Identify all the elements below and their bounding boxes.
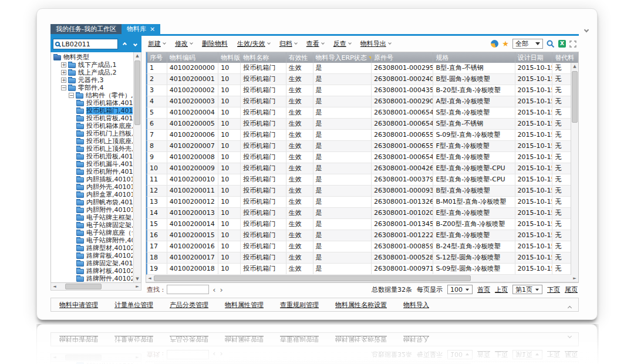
expand-icon[interactable] [569,41,576,48]
tree-item[interactable]: −零部件,4 [52,84,133,92]
tree-horizontal-scrollbar[interactable]: ◄ ► [50,283,141,291]
table-row[interactable]: 84010020000710投币机箱门生效是26308001-0006552F型… [146,141,578,152]
tree-item[interactable]: 投币机漏斗,401009 [52,160,133,168]
column-header[interactable]: 物料导入ERP状态 [313,52,372,63]
tree-item[interactable]: 投币机滑板,401008 [52,153,133,160]
table-row[interactable]: 94010020000810投币机箱门生效是26308001-0006549E型… [146,152,578,163]
tree-item[interactable]: 路牌固定架,401022 [52,259,133,267]
column-header[interactable]: 序号 [147,52,167,63]
scrollbar-thumb[interactable] [65,284,102,289]
table-row[interactable]: 174010020001610投币机箱门生效是26308001-0008599B… [146,241,578,252]
scroll-right-icon[interactable]: ► [571,275,578,282]
table-row[interactable]: 194010020001810投币机箱门生效是26308001-0009716S… [146,264,578,275]
favorite-star-icon[interactable]: ★ [502,40,509,48]
tree-expander-icon[interactable]: − [61,85,66,90]
table-row[interactable]: 24010020000110投币机箱门生效是26308001-0002404B型… [146,74,578,85]
tab-my-workspace[interactable]: 我的任务-我的工作区 [50,24,122,34]
table-horizontal-scrollbar[interactable]: ◄ ► [146,275,578,282]
tree-item[interactable]: 路牌衬板,401023 [52,267,133,275]
search-next-button[interactable] [131,39,139,49]
tab-list-chevron-icon[interactable] [585,26,589,31]
scope-filter-dropdown[interactable]: 全部 [512,39,543,49]
tree-item[interactable]: 电子站牌附件,401019 [52,237,133,244]
tree-item[interactable]: 内胆盒罩,401013 [52,191,133,198]
per-page-dropdown[interactable]: 100 [447,285,473,294]
tree-item[interactable]: −结构件（零件）,401 [52,92,133,99]
collapse-chevron-icon[interactable] [568,304,571,311]
search-icon[interactable] [547,40,555,48]
table-row[interactable]: 144010020001310投币机箱门生效是26308001-0010205E… [146,208,578,219]
tree-item[interactable]: 路牌附件,401024 [52,275,133,282]
tree-item[interactable]: 投币机箱门,401002 [52,107,133,114]
tree-item[interactable]: 电子站牌底座（含地 [52,229,133,237]
table-row[interactable]: 14010020000010投币机箱门生效是26308001-0002958B型… [146,63,578,74]
tree-search-input[interactable] [62,41,116,48]
table-row[interactable]: 44010020000310投币机箱门生效是26308001-0002900A型… [146,96,578,107]
tab-material-library[interactable]: 物料库× [122,24,160,34]
tree-item[interactable]: 投币机上顶底座,4010 [52,137,133,145]
tree-item[interactable]: +线上产成品,2 [52,69,133,76]
scroll-up-icon[interactable]: ▲ [134,52,141,59]
column-header[interactable]: 有效性 [286,52,313,63]
column-header[interactable]: 原件号 [372,52,433,63]
tree-expander-icon[interactable]: + [61,70,66,75]
tree-item[interactable]: 电子站牌主框架,4010 [52,214,133,221]
scroll-left-icon[interactable]: ◄ [146,275,153,282]
table-row[interactable]: 134010020001210投币机箱门生效是26308001-0013266B… [146,197,578,208]
table-vertical-scrollbar[interactable]: ▲ ▼ [571,63,578,282]
prev-page-button[interactable]: 上页 [495,285,508,294]
tree-item[interactable]: 投币机背板,401003 [52,114,133,122]
tree-item[interactable]: 电子站牌固定架,4010 [52,221,133,229]
tree-item[interactable]: 内胆帆布袋,401014 [52,198,133,206]
tree-vertical-scrollbar[interactable]: ▲ ▼ [133,52,141,282]
toolbar-button-activate-deactivate[interactable]: 生效/失效 [237,39,270,48]
search-prev-button[interactable] [120,39,129,49]
scroll-right-icon[interactable]: ► [134,283,141,290]
bottom-link[interactable]: 物料申请管理 [59,301,98,309]
toolbar-button-material-export[interactable]: 物料导出 [360,39,391,48]
tree-item[interactable]: 内胆附件,401015 [52,206,133,214]
find-next-icon[interactable]: › [219,286,223,294]
table-row[interactable]: 124010020001110投币机箱门生效是26308001-0000937B… [146,186,578,197]
table-row[interactable]: 54010020000410投币机箱门生效是26308001-0006547S型… [146,107,578,119]
scrollbar-thumb[interactable] [134,60,140,125]
column-header[interactable]: 规格 [433,52,515,63]
column-header[interactable]: 物料版... [218,52,241,63]
toolbar-button-reverse-lookup[interactable]: 反查 [333,39,351,48]
table-row[interactable]: 64010020000510投币机箱门生效是26308001-0006546S型… [146,119,578,130]
bottom-link[interactable]: 物料属性名称设置 [335,301,387,309]
next-page-button[interactable]: 下页 [547,285,560,294]
scrollbar-thumb[interactable] [154,275,471,281]
tree-expander-icon[interactable]: + [61,62,66,68]
column-header[interactable]: 替代料 [552,52,578,63]
toolbar-button-edit[interactable]: 修改 [175,39,193,48]
tree-item[interactable]: 路牌背板,401021 [52,252,133,259]
toolbar-button-new[interactable]: 新建 [148,39,166,48]
page-dropdown[interactable]: 第1页 [512,285,542,294]
table-row[interactable]: 104010020000910投币机箱门生效是26308001-0004265E… [146,163,578,174]
bottom-link[interactable]: 物料导入 [403,301,429,309]
tree-item[interactable]: 投币机门上挡板,4010 [52,130,133,137]
column-header[interactable]: 设计日期 [515,52,553,63]
tree-expander-icon[interactable]: − [69,93,74,98]
bottom-link[interactable]: 物料属性管理 [225,301,264,309]
tree-item[interactable]: 内胆插板,401011 [52,176,133,183]
toolbar-button-archive[interactable]: 归档 [279,39,297,48]
tree-item[interactable]: +线下产成品,1 [52,61,133,69]
first-page-button[interactable]: 首页 [477,285,490,294]
column-header[interactable]: 物料名称 [241,52,286,63]
tree-item[interactable]: 投币机附件,401010 [52,168,133,176]
chart-icon[interactable] [491,40,498,48]
tab-close-icon[interactable]: × [150,26,155,32]
toolbar-button-view[interactable]: 查看 [306,39,324,48]
scroll-left-icon[interactable]: ◄ [51,283,58,290]
tree-item[interactable]: 物料类型 [52,53,133,61]
tree-item[interactable]: 内胆外壳,401012 [52,183,133,191]
tree-item[interactable]: +元器件,3 [52,76,133,84]
last-page-button[interactable]: 尾页 [565,285,578,294]
tree-item[interactable]: 投币机上顶外壳,4010 [52,145,133,153]
scroll-up-icon[interactable]: ▲ [571,63,578,70]
table-row[interactable]: 34010020000210投币机箱门生效是26308001-0004353B-… [146,85,578,96]
scroll-down-icon[interactable]: ▼ [134,275,141,282]
table-row[interactable]: 184010020001710投币机箱门生效是26308001-0005288S… [146,252,578,264]
